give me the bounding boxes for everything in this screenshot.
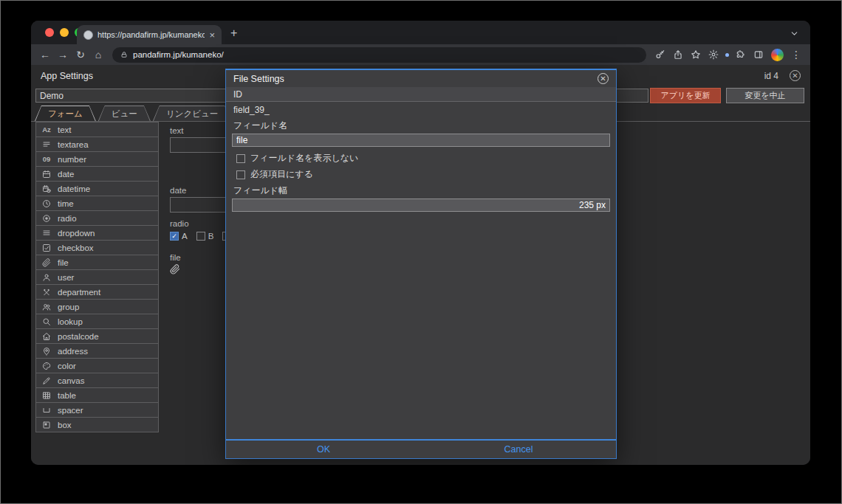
sidebar-item-box[interactable]: box [35,417,159,432]
sidebar-item-address[interactable]: address [35,343,159,359]
sidebar-item-textarea[interactable]: textarea [35,137,159,152]
required-field-row[interactable]: 必須項目にする [236,170,616,179]
canvas-icon [41,376,52,385]
app-tab-3[interactable]: リンクビュー [153,106,231,121]
sidebar-item-group[interactable]: group [35,299,159,314]
field-width-input[interactable] [232,199,610,212]
dialog-close-icon[interactable]: ✕ [598,73,609,84]
address-icon [41,347,52,356]
reload-icon[interactable]: ↻ [72,47,89,62]
option-label: A [182,232,188,241]
share-icon[interactable] [670,47,686,62]
radio-option-B[interactable]: B [196,232,214,241]
textarea-icon [41,140,52,149]
app-tab-1[interactable]: フォーム [35,106,96,121]
option-checkbox-icon[interactable]: ✓ [170,232,179,241]
sidebar-item-datetime[interactable]: datetime [35,181,159,196]
profile-avatar[interactable] [771,49,784,61]
box-icon [41,421,52,429]
new-tab-button[interactable]: + [230,27,237,39]
sidebar-item-label: color [58,362,76,370]
side-panel-icon[interactable] [750,47,767,62]
field-name-input[interactable] [232,134,610,147]
sidebar-item-table[interactable]: table [35,387,159,403]
sidebar-item-label: date [58,170,74,179]
hide-field-name-row[interactable]: フィールド名を表示しない [236,153,616,163]
date-icon [41,170,52,179]
sidebar-item-text[interactable]: Aztext [35,122,159,137]
required-field-checkbox[interactable] [236,170,245,179]
radio-option-A[interactable]: ✓A [170,232,188,241]
password-key-icon[interactable] [652,47,668,62]
update-app-button[interactable]: アプリを更新 [650,88,721,103]
field-id-header: ID [226,87,616,102]
back-icon[interactable]: ← [37,47,53,62]
minimize-window-button[interactable] [60,28,69,37]
field-id-label: ID [233,89,242,100]
lookup-icon [41,317,52,326]
app-id-badge: id 4 [764,71,778,81]
sidebar-item-department[interactable]: department [35,284,159,300]
close-window-button[interactable] [45,28,54,37]
sidebar-item-label: group [58,303,79,311]
app-tab-label: フォーム [35,106,95,121]
sidebar-item-label: radio [58,214,77,223]
tab-close-icon[interactable]: × [209,30,215,40]
sidebar-item-label: user [58,273,74,282]
forward-icon[interactable]: → [55,47,71,62]
tab-title: https://pandafirm.jp/kumaneko [97,30,205,39]
radio-icon [41,214,52,223]
app-tab-label: リンクビュー [154,106,230,121]
app-tab-2[interactable]: ビュー [98,106,151,121]
tab-search-chevron-icon[interactable] [790,28,799,38]
canvas-date-field-label: date [170,186,186,195]
sidebar-item-checkbox[interactable]: checkbox [35,240,159,255]
canvas-file-field-label: file [170,253,181,262]
address-bar[interactable]: pandafirm.jp/kumaneko/ [112,47,646,63]
sidebar-item-file[interactable]: file [35,255,159,270]
sidebar-item-date[interactable]: date [35,166,159,182]
sidebar-item-label: number [58,155,86,164]
color-icon [41,362,52,370]
cancel-button[interactable]: Cancel [504,444,533,455]
sidebar-item-lookup[interactable]: lookup [35,314,159,329]
datetime-icon [41,184,52,193]
sidebar-item-label: table [58,391,76,400]
ok-button[interactable]: OK [317,444,330,455]
bookmark-star-icon[interactable] [688,47,704,62]
option-checkbox-icon[interactable] [196,232,205,241]
required-field-label: 必須項目にする [250,168,313,181]
sidebar-item-label: canvas [58,376,84,385]
department-icon [41,288,52,297]
paperclip-icon [41,258,52,267]
lock-icon[interactable] [120,51,128,58]
extensions-puzzle-icon[interactable] [733,47,749,62]
checkbox-icon [41,244,52,252]
dialog-title: File Settings [233,74,598,84]
dialog-header: File Settings ✕ [226,70,616,87]
canvas-radio-field-label: radio [170,219,189,228]
sidebar-item-radio[interactable]: radio [35,210,159,226]
text-icon: Az [41,125,52,134]
sidebar-item-dropdown[interactable]: dropdown [35,225,159,241]
menu-dots-icon[interactable]: ⋮ [788,47,804,62]
sidebar-item-postalcode[interactable]: postalcode [35,328,159,344]
settings-gear-icon[interactable] [705,47,722,62]
sidebar-item-spacer[interactable]: spacer [35,402,159,418]
sidebar-item-label: text [58,125,72,134]
address-url: pandafirm.jp/kumaneko/ [133,50,224,59]
sidebar-item-color[interactable]: color [35,358,159,373]
sidebar-item-time[interactable]: time [35,196,159,211]
number-icon: 09 [41,155,52,163]
hide-field-name-checkbox[interactable] [236,154,245,163]
dialog-footer: OK Cancel [226,439,616,458]
browser-tab[interactable]: https://pandafirm.jp/kumaneko × [77,25,222,44]
sidebar-item-number[interactable]: 09number [35,151,159,167]
sidebar-item-canvas[interactable]: canvas [35,373,159,388]
postalcode-icon [41,332,52,341]
home-icon[interactable]: ⌂ [90,47,106,62]
abort-changes-button[interactable]: 変更を中止 [726,88,804,103]
page-close-icon[interactable]: ✕ [790,70,801,81]
sidebar-item-label: datetime [58,184,90,193]
sidebar-item-user[interactable]: user [35,269,159,285]
